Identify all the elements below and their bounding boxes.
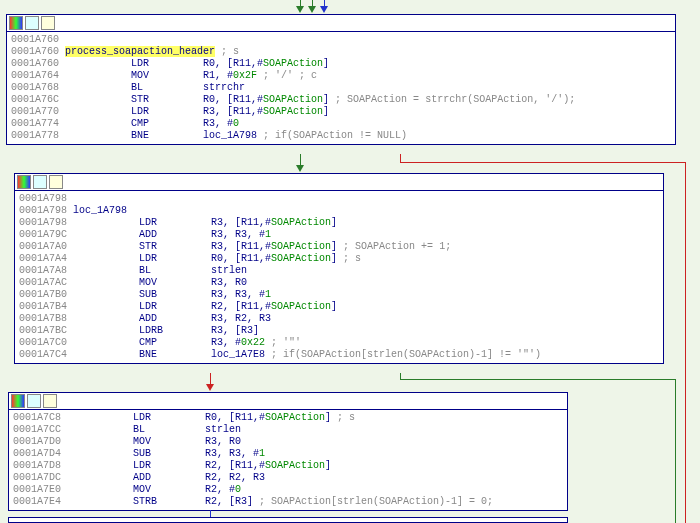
- code-line[interactable]: 0001A798 LDR R3, [R11,#SOAPAction]: [19, 217, 659, 229]
- save-icon[interactable]: [43, 394, 57, 408]
- address: 0001A778: [11, 130, 59, 141]
- address: 0001A7B8: [19, 313, 67, 324]
- code-line[interactable]: 0001A7A8 BL strlen: [19, 265, 659, 277]
- code-line[interactable]: 0001A7D8 LDR R2, [R11,#SOAPAction]: [13, 460, 563, 472]
- address: 0001A7B4: [19, 301, 67, 312]
- comment: ; s: [215, 46, 239, 57]
- code-line[interactable]: 0001A770 LDR R3, [R11,#SOAPAction]: [11, 106, 671, 118]
- address: 0001A7A8: [19, 265, 67, 276]
- code-line[interactable]: 0001A778 BNE loc_1A798 ; if(SOAPAction !…: [11, 130, 671, 142]
- comment: ; s: [337, 253, 361, 264]
- view-icon[interactable]: [33, 175, 47, 189]
- mnemonic: MOV: [139, 277, 211, 288]
- code-line[interactable]: 0001A7B0 SUB R3, R3, #1: [19, 289, 659, 301]
- save-icon[interactable]: [41, 16, 55, 30]
- comment: ; SOAPAction = strrchr(SOAPAction, '/');: [329, 94, 575, 105]
- code-line[interactable]: 0001A7D4 SUB R3, R3, #1: [13, 448, 563, 460]
- code-line[interactable]: 0001A764 MOV R1, #0x2F ; '/' ; c: [11, 70, 671, 82]
- code-line[interactable]: 0001A760: [11, 34, 671, 46]
- code-line[interactable]: 0001A760 LDR R0, [R11,#SOAPAction]: [11, 58, 671, 70]
- code-line[interactable]: 0001A768 BL strrchr: [11, 82, 671, 94]
- address: 0001A768: [11, 82, 59, 93]
- basic-block-4-preview[interactable]: [8, 517, 568, 523]
- color-icon[interactable]: [9, 16, 23, 30]
- mnemonic: ADD: [139, 313, 211, 324]
- edge-2-branch-green-h: [400, 379, 675, 380]
- local-label[interactable]: loc_1A798: [73, 205, 127, 216]
- address: 0001A7C4: [19, 349, 67, 360]
- mnemonic: SUB: [133, 448, 205, 459]
- edge-2-branch-green-v2: [675, 379, 676, 523]
- mnemonic: BNE: [131, 130, 203, 141]
- code-line[interactable]: 0001A79C ADD R3, R3, #1: [19, 229, 659, 241]
- code-line[interactable]: 0001A7DC ADD R2, R2, R3: [13, 472, 563, 484]
- block-toolbar: [9, 393, 567, 410]
- mnemonic: LDR: [133, 412, 205, 423]
- code-line[interactable]: 0001A7B8 ADD R3, R2, R3: [19, 313, 659, 325]
- address: 0001A7D8: [13, 460, 61, 471]
- code-line[interactable]: 0001A7D0 MOV R3, R0: [13, 436, 563, 448]
- mnemonic: LDRB: [139, 325, 211, 336]
- code-line[interactable]: 0001A7C0 CMP R3, #0x22 ; '"': [19, 337, 659, 349]
- arrow-down-green-icon: [308, 6, 316, 13]
- address: 0001A774: [11, 118, 59, 129]
- function-name[interactable]: process_soapaction_header: [65, 46, 215, 57]
- mnemonic: CMP: [131, 118, 203, 129]
- basic-block-1[interactable]: 0001A760 0001A760 process_soapaction_hea…: [6, 14, 676, 145]
- code-line[interactable]: 0001A7AC MOV R3, R0: [19, 277, 659, 289]
- code-line[interactable]: 0001A7E4 STRB R2, [R3] ; SOAPAction[strl…: [13, 496, 563, 508]
- address: 0001A79C: [19, 229, 67, 240]
- address: 0001A7A4: [19, 253, 67, 264]
- mnemonic: CMP: [139, 337, 211, 348]
- mnemonic: LDR: [131, 58, 203, 69]
- block-toolbar: [7, 15, 675, 32]
- view-icon[interactable]: [25, 16, 39, 30]
- mnemonic: SUB: [139, 289, 211, 300]
- mnemonic: LDR: [133, 460, 205, 471]
- arrow-down-blue-icon: [320, 6, 328, 13]
- mnemonic: STR: [131, 94, 203, 105]
- address: 0001A7DC: [13, 472, 61, 483]
- disassembly-listing: 0001A7C8 LDR R0, [R11,#SOAPAction] ; s00…: [9, 410, 567, 510]
- comment: ; '/' ; c: [257, 70, 317, 81]
- code-line[interactable]: 0001A774 CMP R3, #0: [11, 118, 671, 130]
- save-icon[interactable]: [49, 175, 63, 189]
- code-line[interactable]: 0001A798: [19, 193, 659, 205]
- code-line[interactable]: 0001A760 process_soapaction_header ; s: [11, 46, 671, 58]
- mnemonic: MOV: [131, 70, 203, 81]
- code-line[interactable]: 0001A7B4 LDR R2, [R11,#SOAPAction]: [19, 301, 659, 313]
- disassembly-listing: 0001A798 0001A798 loc_1A7980001A798 LDR …: [15, 191, 663, 363]
- address: 0001A798: [19, 193, 67, 204]
- address: 0001A7E4: [13, 496, 61, 507]
- comment: ; if(SOAPAction[strlen(SOAPAction)-1] !=…: [265, 349, 541, 360]
- mnemonic: STR: [139, 241, 211, 252]
- code-line[interactable]: 0001A7A0 STR R3, [R11,#SOAPAction] ; SOA…: [19, 241, 659, 253]
- graph-canvas[interactable]: 0001A760 0001A760 process_soapaction_hea…: [0, 0, 700, 523]
- address: 0001A76C: [11, 94, 59, 105]
- code-line[interactable]: 0001A7CC BL strlen: [13, 424, 563, 436]
- code-line[interactable]: 0001A76C STR R0, [R11,#SOAPAction] ; SOA…: [11, 94, 671, 106]
- code-line[interactable]: 0001A7E0 MOV R2, #0: [13, 484, 563, 496]
- basic-block-2[interactable]: 0001A798 0001A798 loc_1A7980001A798 LDR …: [14, 173, 664, 364]
- address: 0001A760: [11, 46, 59, 57]
- code-line[interactable]: 0001A7A4 LDR R0, [R11,#SOAPAction] ; s: [19, 253, 659, 265]
- arrow-down-green-icon: [296, 165, 304, 172]
- view-icon[interactable]: [27, 394, 41, 408]
- code-line[interactable]: 0001A7C8 LDR R0, [R11,#SOAPAction] ; s: [13, 412, 563, 424]
- disassembly-listing: 0001A760 0001A760 process_soapaction_hea…: [7, 32, 675, 144]
- mnemonic: BNE: [139, 349, 211, 360]
- comment: ; '"': [265, 337, 301, 348]
- basic-block-3[interactable]: 0001A7C8 LDR R0, [R11,#SOAPAction] ; s00…: [8, 392, 568, 511]
- mnemonic: BL: [131, 82, 203, 93]
- code-line[interactable]: 0001A798 loc_1A798: [19, 205, 659, 217]
- code-line[interactable]: 0001A7BC LDRB R3, [R3]: [19, 325, 659, 337]
- color-icon[interactable]: [11, 394, 25, 408]
- comment: ; SOAPAction += 1;: [337, 241, 451, 252]
- color-icon[interactable]: [17, 175, 31, 189]
- mnemonic: LDR: [139, 217, 211, 228]
- mnemonic: BL: [139, 265, 211, 276]
- address: 0001A7AC: [19, 277, 67, 288]
- mnemonic: LDR: [131, 106, 203, 117]
- address: 0001A760: [11, 58, 59, 69]
- code-line[interactable]: 0001A7C4 BNE loc_1A7E8 ; if(SOAPAction[s…: [19, 349, 659, 361]
